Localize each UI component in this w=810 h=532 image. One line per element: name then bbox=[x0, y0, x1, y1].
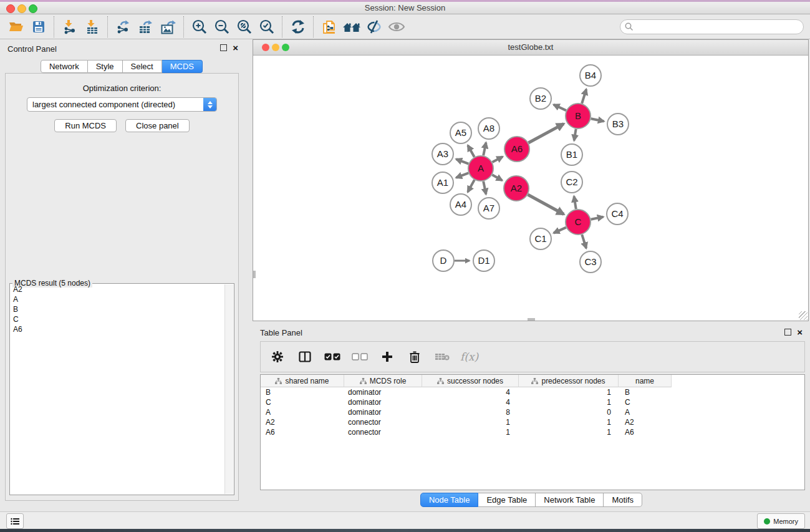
export-image-button[interactable] bbox=[157, 16, 180, 37]
clone-network-button[interactable] bbox=[318, 16, 340, 37]
result-item[interactable]: B bbox=[11, 304, 225, 314]
graph-node-A2[interactable]: A2 bbox=[504, 176, 529, 201]
graph-edge-A-A7[interactable] bbox=[483, 181, 486, 195]
graph-edge-C-C1[interactable] bbox=[554, 228, 566, 233]
tab-node-table[interactable]: Node Table bbox=[420, 493, 479, 507]
zoom-out-button[interactable] bbox=[211, 16, 233, 37]
graph-node-C[interactable]: C bbox=[566, 210, 591, 235]
graph-node-D[interactable]: D bbox=[433, 250, 454, 271]
graph-node-A6[interactable]: A6 bbox=[504, 137, 529, 162]
graph-edge-B-B3[interactable] bbox=[591, 118, 604, 121]
tab-mcds[interactable]: MCDS bbox=[162, 60, 203, 73]
graph-node-A1[interactable]: A1 bbox=[432, 172, 453, 193]
table-row[interactable]: Cdominator41C bbox=[261, 397, 804, 407]
graph-node-B4[interactable]: B4 bbox=[580, 65, 601, 86]
graph-edge-B-B2[interactable] bbox=[554, 105, 566, 110]
function-builder-button[interactable]: f(x) bbox=[460, 347, 478, 367]
select-all-columns-button[interactable] bbox=[323, 347, 342, 367]
task-history-button[interactable] bbox=[6, 513, 24, 529]
delete-column-button[interactable] bbox=[405, 347, 424, 367]
search-input[interactable] bbox=[620, 19, 804, 34]
memory-button[interactable]: Memory bbox=[757, 513, 805, 529]
graph-node-B[interactable]: B bbox=[566, 104, 591, 128]
hide-details-button[interactable] bbox=[363, 16, 385, 37]
result-item[interactable]: A6 bbox=[11, 324, 225, 334]
close-panel-icon[interactable]: × bbox=[233, 44, 238, 51]
export-network-button[interactable] bbox=[112, 16, 135, 37]
graph-node-C3[interactable]: C3 bbox=[580, 251, 601, 273]
refresh-button[interactable] bbox=[287, 16, 309, 37]
column-header-shared-name[interactable]: shared name bbox=[261, 375, 344, 387]
delete-table-button[interactable] bbox=[433, 347, 451, 367]
import-network-button[interactable] bbox=[59, 16, 81, 37]
tab-select[interactable]: Select bbox=[123, 60, 162, 73]
zoom-fit-button[interactable] bbox=[233, 16, 256, 37]
tab-network[interactable]: Network bbox=[41, 60, 88, 73]
graph-edge-C-C3[interactable] bbox=[582, 235, 586, 248]
graph-edge-A-A5[interactable] bbox=[468, 145, 474, 157]
float-panel-icon[interactable] bbox=[784, 329, 791, 336]
tab-network-table[interactable]: Network Table bbox=[536, 493, 604, 507]
graph-node-B1[interactable]: B1 bbox=[561, 144, 582, 165]
column-header-successor-nodes[interactable]: successor nodes bbox=[422, 375, 519, 387]
graph-edge-A-A6[interactable] bbox=[493, 157, 503, 162]
column-header-predecessor-nodes[interactable]: predecessor nodes bbox=[519, 375, 619, 387]
save-session-button[interactable] bbox=[27, 16, 50, 37]
result-item[interactable]: A bbox=[11, 294, 225, 304]
home-layout-button[interactable] bbox=[340, 16, 363, 37]
graph-edge-A-A8[interactable] bbox=[483, 143, 486, 156]
run-mcds-button[interactable]: Run MCDS bbox=[54, 119, 117, 132]
resize-grip[interactable] bbox=[253, 271, 256, 278]
tab-motifs[interactable]: Motifs bbox=[604, 493, 642, 507]
graph-node-D1[interactable]: D1 bbox=[473, 250, 494, 271]
result-item[interactable]: C bbox=[11, 314, 225, 324]
graph-node-C1[interactable]: C1 bbox=[530, 228, 551, 249]
open-session-button[interactable] bbox=[5, 16, 27, 37]
graph-edge-A-A3[interactable] bbox=[456, 159, 469, 163]
result-scrollbar[interactable] bbox=[224, 284, 233, 494]
show-details-button[interactable] bbox=[385, 16, 408, 37]
graph-node-B2[interactable]: B2 bbox=[530, 88, 551, 109]
graph-edge-C-C4[interactable] bbox=[591, 217, 604, 220]
result-item[interactable]: A2 bbox=[11, 284, 225, 294]
unselect-all-columns-button[interactable] bbox=[350, 347, 369, 367]
graph-node-A3[interactable]: A3 bbox=[432, 143, 453, 165]
graph-edge-A2-C[interactable] bbox=[528, 195, 564, 214]
table-row[interactable]: Bdominator41B bbox=[261, 387, 804, 397]
resize-grip[interactable] bbox=[528, 318, 535, 321]
graph-node-A8[interactable]: A8 bbox=[478, 118, 499, 139]
column-header-MCDS-role[interactable]: MCDS role bbox=[344, 375, 422, 387]
network-canvas[interactable]: A5A8A6A3AA1A2A4A7B2B4BB3B1C2C4CC1C3DD1 bbox=[254, 56, 808, 321]
graph-edge-A-A2[interactable] bbox=[492, 175, 502, 180]
graph-edge-C-C2[interactable] bbox=[574, 196, 576, 210]
graph-edge-A6-B[interactable] bbox=[528, 123, 564, 143]
table-row[interactable]: Adominator80A bbox=[261, 407, 804, 417]
graph-node-A[interactable]: A bbox=[468, 156, 493, 181]
tab-edge-table[interactable]: Edge Table bbox=[478, 493, 536, 507]
resize-grip-corner[interactable] bbox=[799, 311, 808, 320]
table-settings-button[interactable] bbox=[268, 347, 287, 367]
table-row[interactable]: A6connector11A6 bbox=[261, 427, 804, 437]
import-table-button[interactable] bbox=[81, 16, 104, 37]
graph-node-A7[interactable]: A7 bbox=[478, 198, 499, 219]
add-column-button[interactable] bbox=[378, 347, 397, 367]
tab-style[interactable]: Style bbox=[88, 60, 123, 73]
graph-node-B3[interactable]: B3 bbox=[607, 114, 629, 135]
close-panel-icon[interactable]: × bbox=[797, 329, 803, 336]
column-header-name[interactable]: name bbox=[619, 375, 672, 387]
zoom-selected-button[interactable] bbox=[256, 16, 278, 37]
export-table-button[interactable] bbox=[135, 16, 157, 37]
table-row[interactable]: A2connector11A2 bbox=[261, 417, 804, 427]
split-view-button[interactable] bbox=[296, 347, 314, 367]
graph-edge-A-A1[interactable] bbox=[456, 173, 469, 177]
graph-node-C2[interactable]: C2 bbox=[561, 172, 582, 193]
graph-node-C4[interactable]: C4 bbox=[607, 203, 628, 225]
float-panel-icon[interactable] bbox=[220, 44, 227, 51]
graph-edge-A-A4[interactable] bbox=[468, 180, 475, 191]
zoom-in-button[interactable] bbox=[188, 16, 211, 37]
graph-node-A5[interactable]: A5 bbox=[450, 122, 471, 143]
criterion-dropdown[interactable]: largest connected component (directed) bbox=[27, 97, 217, 112]
graph-node-A4[interactable]: A4 bbox=[450, 194, 471, 215]
close-panel-button[interactable]: Close panel bbox=[125, 119, 190, 132]
graph-edge-B-B4[interactable] bbox=[582, 89, 586, 104]
